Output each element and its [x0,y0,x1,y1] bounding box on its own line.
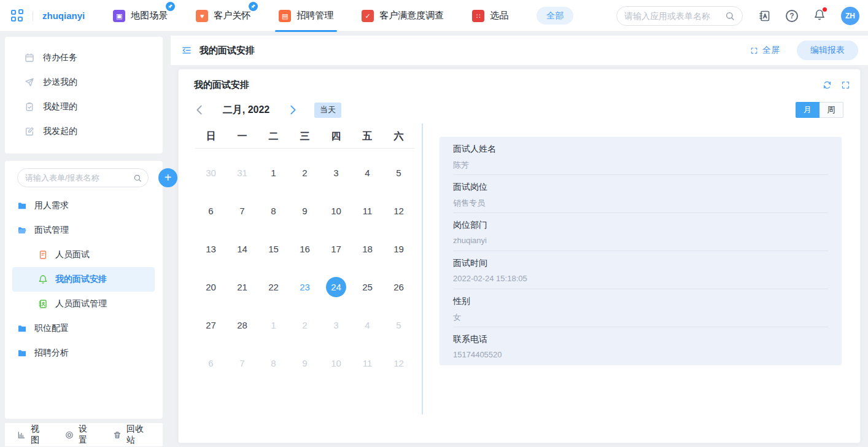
calendar-day-17[interactable]: 17 [320,230,352,268]
app-search-input[interactable] [624,11,725,21]
calendar-day-6[interactable]: 6 [195,344,227,382]
calendar-day-9[interactable]: 9 [289,192,320,230]
calendar-day-16[interactable]: 16 [289,230,320,268]
calendar-day-2[interactable]: 2 [289,306,320,344]
calendar-day-9[interactable]: 9 [289,344,320,382]
calendar-day-30[interactable]: 30 [195,154,227,192]
sidebar-item-我处理的[interactable]: 我处理的 [5,95,163,119]
calendar-day-1[interactable]: 1 [258,154,289,192]
view-toggle: 月 周 [796,102,843,118]
collapse-sidebar-icon[interactable] [181,45,192,56]
sidebar-item-抄送我的[interactable]: 抄送我的 [5,70,163,95]
week-view-toggle[interactable]: 周 [820,102,843,118]
calendar-day-13[interactable]: 13 [195,230,227,268]
search-icon[interactable] [133,174,142,182]
app-tab[interactable]: ▣地图场景 [113,0,168,32]
calendar-day-7[interactable]: 7 [227,192,258,230]
workflow-card: 待办任务抄送我的我处理的我发起的 [5,37,163,154]
tree-item-职位配置[interactable]: 职位配置 [12,316,155,341]
widget-title: 我的面试安排 [194,79,249,91]
detail-value: 女 [453,312,828,323]
month-view-toggle[interactable]: 月 [796,102,820,118]
form-doc-icon [38,250,48,260]
app-tab-label: 招聘管理 [296,10,333,21]
calendar-week-row: 272812345 [195,306,414,344]
calendar-day-3[interactable]: 3 [320,154,352,192]
calendar-day-21[interactable]: 21 [227,268,258,306]
calendar-day-12[interactable]: 12 [383,192,414,230]
tree-item-招聘分析[interactable]: 招聘分析 [12,341,155,365]
calendar-day-11[interactable]: 11 [352,344,383,382]
initiated-edit-icon [25,126,34,136]
all-apps-button[interactable]: 全部 [537,7,573,25]
edit-report-button[interactable]: 编辑报表 [797,41,858,60]
tree-item-用人需求[interactable]: 用人需求 [12,193,155,218]
expand-icon[interactable] [841,80,850,90]
calendar-day-4[interactable]: 4 [352,154,383,192]
chevron-right-icon[interactable] [286,103,300,117]
tree-item-我的面试安排[interactable]: 我的面试安排 [12,267,155,292]
detail-item: 联系电话15174405520 [440,327,842,365]
calendar-day-28[interactable]: 28 [227,306,258,344]
calendar-day-4[interactable]: 4 [352,306,383,344]
app-tab[interactable]: ✓客户满意度调查 [362,0,444,32]
workspace-name[interactable]: zhuqianyi [42,10,85,21]
app-tab[interactable]: ▤招聘管理 [279,0,333,32]
footer-item-回收站[interactable]: 回收站 [113,424,150,446]
pin-badge-icon [166,2,175,11]
calendar-day-7[interactable]: 7 [227,344,258,382]
apps-grid-icon[interactable] [11,10,23,22]
calendar-day-20[interactable]: 20 [195,268,227,306]
calendar-day-18[interactable]: 18 [352,230,383,268]
form-search-input[interactable] [25,173,133,182]
sidebar-item-待办任务[interactable]: 待办任务 [5,45,163,70]
tree-item-面试管理[interactable]: 面试管理 [12,218,155,243]
tree-item-人员面试管理[interactable]: 人员面试管理 [12,292,155,316]
footer-item-设置[interactable]: 设置 [65,424,95,446]
calendar-day-5[interactable]: 5 [383,306,414,344]
calendar-day-14[interactable]: 14 [227,230,258,268]
chevron-left-icon[interactable] [193,103,206,117]
calendar-day-19[interactable]: 19 [383,230,414,268]
app-tab[interactable]: ♥客户关怀 [196,0,250,32]
tree-item-label: 招聘分析 [34,348,69,359]
calendar-day-5[interactable]: 5 [383,154,414,192]
footer-item-视图[interactable]: 视图 [17,424,47,446]
footer-item-label: 回收站 [126,424,150,446]
avatar[interactable]: ZH [841,7,859,25]
calendar-day-24[interactable]: 24 [320,268,352,306]
calendar-day-10[interactable]: 10 [320,192,352,230]
contacts-icon[interactable] [758,10,770,22]
calendar-day-23[interactable]: 23 [289,268,320,306]
calendar-week-row: 6789101112 [195,344,414,382]
calendar-day-1[interactable]: 1 [258,306,289,344]
refresh-icon[interactable] [823,80,832,90]
calendar-day-2[interactable]: 2 [289,154,320,192]
calendar-day-8[interactable]: 8 [258,344,289,382]
app-tab[interactable]: ∷选品 [472,0,508,32]
calendar-day-10[interactable]: 10 [320,344,352,382]
calendar-day-27[interactable]: 27 [195,306,227,344]
calendar-day-12[interactable]: 12 [383,344,414,382]
map-app-icon: ▣ [113,10,125,22]
calendar-day-11[interactable]: 11 [352,192,383,230]
search-icon[interactable] [725,11,735,21]
help-icon[interactable]: ? [786,10,798,22]
sidebar-item-我发起的[interactable]: 我发起的 [5,119,163,144]
calendar-day-3[interactable]: 3 [320,306,352,344]
folder-icon [17,348,27,358]
calendar-day-6[interactable]: 6 [195,192,227,230]
calendar-day-26[interactable]: 26 [383,268,414,306]
calendar-day-25[interactable]: 25 [352,268,383,306]
month-label: 二月, 2022 [217,104,275,117]
calendar-day-22[interactable]: 22 [258,268,289,306]
calendar-day-8[interactable]: 8 [258,192,289,230]
today-button[interactable]: 当天 [314,103,341,118]
calendar-day-15[interactable]: 15 [258,230,289,268]
tree-item-人员面试[interactable]: 人员面试 [12,243,155,267]
calendar-day-31[interactable]: 31 [227,154,258,192]
app-tab-label: 客户关怀 [214,10,250,21]
interview-details-panel: 面试人姓名陈芳面试岗位销售专员岗位部门zhuqianyi面试时间2022-02-… [440,137,842,365]
fullscreen-button[interactable]: 全屏 [750,45,780,56]
notifications-bell-icon[interactable] [813,9,826,23]
